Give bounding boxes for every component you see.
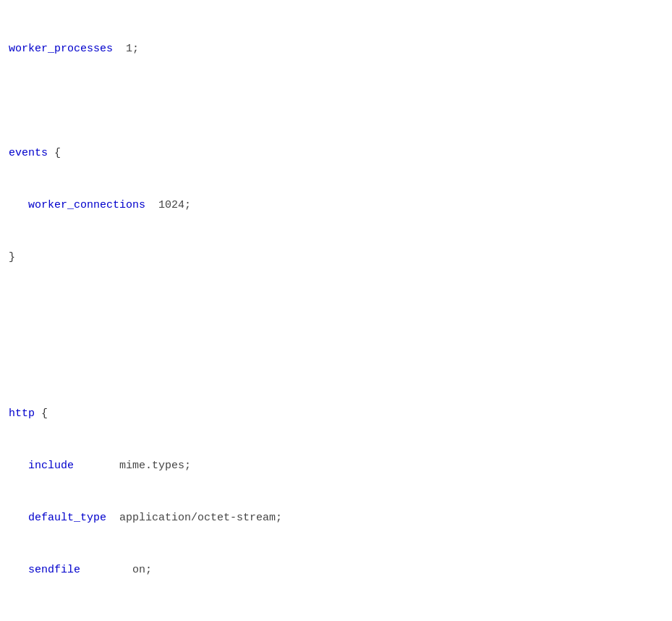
keyword-default-type: default_type (28, 512, 106, 524)
line-worker-connections: worker_connections 1024; (9, 197, 663, 214)
line-default-type: default_type application/octet-stream; (9, 510, 663, 527)
line-empty-4 (9, 614, 663, 621)
keyword-events: events (9, 147, 48, 159)
line-events-open: events { (9, 145, 663, 162)
line-sendfile: sendfile on; (9, 562, 663, 579)
keyword-include: include (28, 460, 74, 472)
keyword-worker-connections: worker_connections (28, 199, 145, 211)
keyword-sendfile: sendfile (28, 564, 80, 576)
line-events-close: } (9, 249, 663, 266)
line-include: include mime.types; (9, 457, 663, 475)
code-editor: worker_processes 1; events { worker_conn… (9, 6, 663, 621)
line-http-open: http { (9, 405, 663, 423)
line-empty-3 (9, 353, 663, 371)
line-worker-processes: worker_processes 1; (9, 41, 663, 58)
line-empty-2 (9, 301, 663, 318)
line-empty-1 (9, 93, 663, 110)
keyword-http: http (9, 407, 35, 420)
keyword-worker-processes: worker_processes (9, 43, 113, 55)
